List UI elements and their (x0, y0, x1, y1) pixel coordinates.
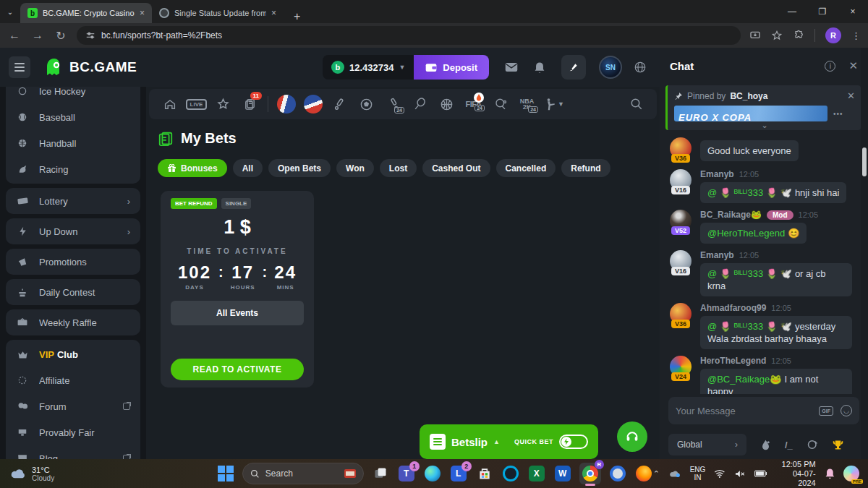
scrollbar-thumb[interactable] (862, 147, 867, 176)
support-headset-button[interactable] (617, 421, 647, 452)
tab-close-icon[interactable]: × (271, 8, 276, 18)
copilot-icon[interactable]: PRE (843, 466, 859, 481)
sidebar-item-ice-hockey[interactable]: Ice Hockey (6, 87, 140, 104)
taskbar-clock[interactable]: 12:05 PM04-07-2024 (775, 460, 815, 488)
sidebar-item-racing[interactable]: Racing (6, 156, 140, 182)
chat-info-icon[interactable]: i (825, 61, 835, 72)
pinned-close-icon[interactable]: ✕ (847, 90, 855, 101)
hamburger-menu-button[interactable] (9, 56, 30, 78)
tray-chevron-up[interactable]: ⌃ (653, 469, 660, 479)
sidebar-item-handball[interactable]: Handball (6, 130, 140, 156)
cricket-icon[interactable] (326, 98, 353, 111)
firefox-icon[interactable] (634, 464, 653, 483)
chrome-icon-active[interactable]: R (579, 463, 601, 484)
sidebar-item-vip-club[interactable]: VIPClub (6, 341, 140, 367)
chat-bubble[interactable]: @ 🌷 ᴮᴵᴸᴸᴵ333 🌷 🕊️hnji shi hai (700, 182, 846, 203)
sidebar-item-weekly-raffle[interactable]: Weekly Raffle (6, 309, 140, 335)
pinned-expand-chevron[interactable]: ⌄ (674, 121, 855, 129)
home-icon[interactable] (156, 98, 183, 111)
reload-button[interactable]: ↻ (54, 29, 68, 43)
emoji-icon[interactable]: ◡ (841, 405, 852, 416)
channel-selector[interactable]: Global› (668, 434, 746, 455)
ready-to-activate-button[interactable]: READ TO ACTIVATE (171, 359, 304, 380)
notifications-bell-tray-icon[interactable] (825, 468, 835, 479)
chat-bubble[interactable]: @BC_Raikage🐸I am not happy (700, 369, 852, 394)
chat-bubble[interactable]: @ 🌷 ᴮᴵᴸᴸᴵ333 🌷 🕊️or aj cb krna (700, 263, 852, 296)
browser-menu-icon[interactable]: ⋮ (851, 30, 861, 41)
gif-icon[interactable]: GIF (819, 406, 833, 416)
window-restore-button[interactable]: ❐ (807, 0, 838, 23)
coinflip-icon[interactable] (807, 440, 818, 450)
sidebar-item-baseball[interactable]: Baseball (6, 104, 140, 130)
volume-muted-icon[interactable] (734, 469, 746, 479)
username[interactable]: Emanyb (700, 250, 734, 260)
camera-app-icon[interactable] (608, 464, 627, 483)
teams-icon[interactable]: T1 (397, 464, 416, 483)
mail-icon[interactable] (505, 62, 518, 72)
tennis-icon[interactable] (407, 98, 433, 111)
bookmark-star-icon[interactable] (771, 30, 783, 41)
chat-bubble[interactable]: @HeroTheLegend😊 (700, 223, 807, 244)
task-view-icon[interactable] (371, 464, 390, 483)
username[interactable]: Emanyb (700, 169, 734, 179)
table-tennis-icon[interactable] (487, 98, 514, 111)
username[interactable]: BC_Raikage🐸 (700, 210, 762, 220)
live-events-button[interactable]: LIVE (183, 99, 210, 110)
page-scrollbar[interactable] (861, 48, 868, 459)
deposit-button[interactable]: Deposit (414, 55, 489, 80)
microsoft-store-icon[interactable] (475, 464, 494, 483)
filter-all[interactable]: All (233, 159, 263, 177)
filter-cashed-out[interactable]: Cashed Out (422, 159, 490, 177)
pinned-banner-image[interactable]: EURO X COPA (674, 106, 827, 121)
language-globe-icon[interactable] (634, 61, 647, 74)
filter-cancelled[interactable]: Cancelled (496, 159, 556, 177)
user-avatar[interactable]: SN (599, 56, 622, 79)
alexa-icon[interactable] (501, 464, 520, 483)
browser-tab-status[interactable]: Single Status Update from 07/0 × (152, 3, 284, 23)
nba2k-icon[interactable]: NBA2K24 (514, 98, 540, 110)
search-icon[interactable] (623, 98, 650, 111)
filter-won[interactable]: Won (336, 159, 374, 177)
forward-button[interactable]: → (30, 29, 45, 42)
sidebar-item-promotions[interactable]: Promotions (6, 249, 140, 275)
browser-profile-avatar[interactable]: R (825, 27, 841, 43)
my-bets-icon[interactable]: 11 (237, 98, 263, 111)
trophy-icon[interactable] (833, 440, 843, 450)
chat-rules-icon[interactable]: /_ (785, 440, 793, 450)
excel-icon[interactable]: X (527, 464, 546, 483)
back-button[interactable]: ← (7, 29, 22, 42)
brand-logo[interactable]: BC.GAME (45, 58, 137, 77)
chat-close-icon[interactable]: ✕ (848, 59, 858, 72)
quick-bet-toggle[interactable] (559, 435, 588, 449)
sidebar-item-provably-fair[interactable]: Provably Fair (6, 419, 140, 445)
cricket-league-logo[interactable] (273, 95, 299, 114)
pinned-more-icon[interactable]: ••• (833, 110, 843, 118)
sidebar-item-blog[interactable]: Blog (6, 445, 140, 459)
chat-bubble[interactable]: @ 🌷 ᴮᴵᴸᴸᴵ333 🌷 🕊️yesterday Wala zbrdast … (700, 316, 852, 349)
save-to-device-icon[interactable] (749, 30, 761, 41)
counter-strike-icon[interactable]: ▼ (540, 98, 567, 111)
filter-bonuses[interactable]: Bonuses (158, 159, 227, 177)
favorites-star-icon[interactable] (210, 98, 237, 111)
site-info-icon[interactable] (85, 30, 95, 40)
quick-bet-pen-icon[interactable] (561, 55, 586, 80)
soccer-icon[interactable] (353, 98, 380, 111)
language-indicator[interactable]: ENGIN (690, 466, 706, 481)
sidebar-item-lottery[interactable]: Lottery › (6, 188, 140, 214)
cricket24-icon[interactable]: 24 (380, 98, 407, 111)
chat-bubble[interactable]: Good luck everyone (700, 140, 799, 161)
linkedin-app-icon[interactable]: L2 (449, 464, 468, 483)
balance-selector[interactable]: b 12.432734 ▼ (323, 55, 414, 80)
username[interactable]: HeroTheLegend (700, 356, 766, 366)
window-minimize-button[interactable]: — (777, 0, 807, 23)
taskbar-search-input[interactable] (265, 468, 339, 479)
rain-icon[interactable] (761, 440, 770, 450)
taskbar-search[interactable] (242, 463, 364, 484)
chat-message-input[interactable] (676, 406, 812, 416)
start-button[interactable] (216, 464, 235, 483)
extensions-icon[interactable] (793, 30, 804, 41)
betslip-bar[interactable]: Betslip ▲ QUICK BET (420, 424, 598, 459)
all-events-button[interactable]: All Events (171, 301, 304, 325)
tab-close-icon[interactable]: × (140, 8, 145, 18)
sidebar-item-up-down[interactable]: Up Down › (6, 218, 140, 244)
